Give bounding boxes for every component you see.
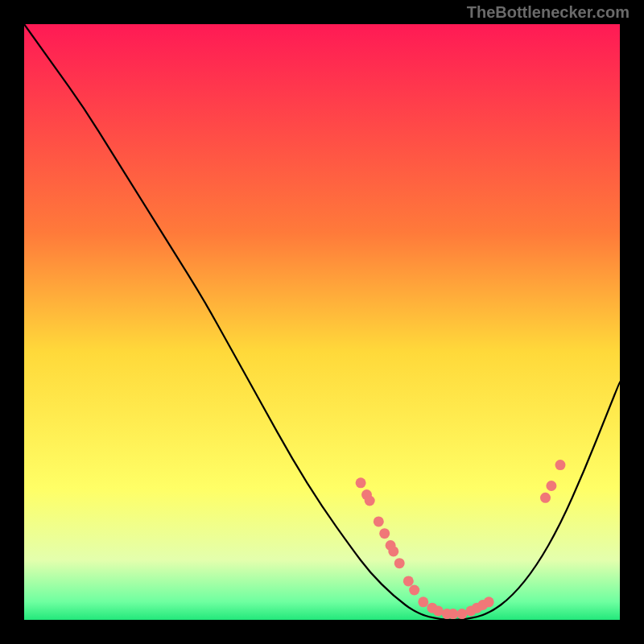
data-marker	[484, 597, 494, 607]
data-marker	[546, 481, 556, 491]
data-marker	[540, 493, 551, 503]
data-marker	[356, 477, 366, 488]
data-marker	[456, 609, 467, 619]
data-marker	[409, 585, 419, 596]
data-marker	[365, 496, 375, 506]
data-marker	[433, 605, 444, 616]
data-marker	[379, 528, 390, 539]
data-marker	[448, 609, 458, 619]
chart-plot-area	[24, 24, 620, 620]
chart-svg	[24, 24, 620, 620]
data-marker	[374, 516, 384, 526]
watermark-text: TheBottlenecker.com	[467, 3, 630, 22]
data-marker	[418, 597, 428, 607]
data-marker	[555, 460, 566, 470]
data-marker	[394, 558, 405, 568]
data-marker	[388, 546, 398, 556]
data-marker	[403, 576, 414, 586]
chart-background	[24, 24, 620, 620]
